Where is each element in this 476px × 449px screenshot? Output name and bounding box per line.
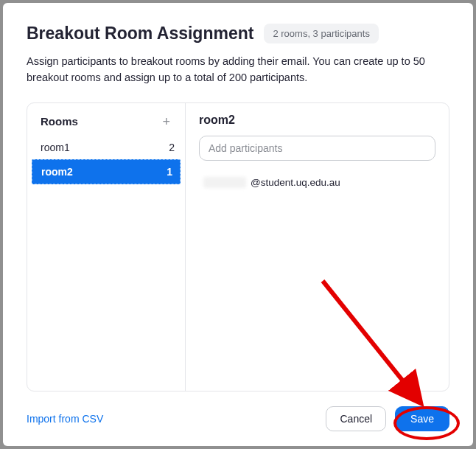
- room-detail-column: room2 @student.uq.edu.au: [186, 103, 449, 391]
- room-item-room2[interactable]: room2 1: [32, 159, 181, 184]
- redacted-name: [203, 177, 246, 188]
- rooms-header: Rooms +: [27, 103, 185, 136]
- rooms-column: Rooms + room1 2 room2 1: [27, 103, 186, 391]
- room-detail-title: room2: [199, 114, 435, 127]
- plus-icon: +: [162, 114, 170, 129]
- room-name: room2: [41, 166, 73, 178]
- description-text: Assign participants to breakout rooms by…: [27, 54, 449, 86]
- add-participants-input[interactable]: [209, 142, 426, 154]
- room-count-badge: 2 rooms, 3 participants: [264, 24, 379, 43]
- participant-email: @student.uq.edu.au: [251, 177, 340, 188]
- participant-row[interactable]: @student.uq.edu.au: [199, 177, 435, 188]
- room-count: 1: [167, 166, 172, 178]
- page-title: Breakout Room Assignment: [27, 24, 253, 43]
- rooms-header-label: Rooms: [41, 115, 78, 128]
- room-item-room1[interactable]: room1 2: [27, 136, 185, 159]
- cancel-button[interactable]: Cancel: [326, 406, 386, 431]
- dialog-footer: Import from CSV Cancel Save: [27, 391, 449, 431]
- add-participants-field[interactable]: [199, 136, 435, 161]
- footer-buttons: Cancel Save: [326, 406, 449, 431]
- breakout-dialog: Breakout Room Assignment 2 rooms, 3 part…: [3, 3, 473, 446]
- room-count: 2: [169, 142, 175, 153]
- save-button[interactable]: Save: [395, 406, 449, 431]
- add-room-button[interactable]: +: [158, 114, 175, 130]
- dialog-header: Breakout Room Assignment 2 rooms, 3 part…: [27, 24, 449, 43]
- main-panel: Rooms + room1 2 room2 1 room2 @student.: [27, 102, 449, 392]
- room-name: room1: [41, 142, 70, 153]
- import-csv-link[interactable]: Import from CSV: [27, 413, 103, 425]
